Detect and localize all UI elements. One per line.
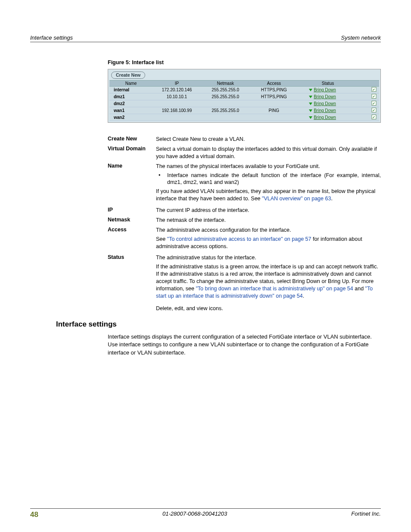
- cell-status: Bring Down: [298, 87, 358, 93]
- cell-access: [250, 100, 299, 107]
- term-create-new: Create New: [108, 136, 156, 143]
- bring-down-link[interactable]: "To bring down an interface that is admi…: [196, 286, 353, 292]
- edit-icon[interactable]: [371, 95, 377, 100]
- name-p1: The names of the physical interfaces ava…: [156, 163, 381, 170]
- admin-access-link[interactable]: "To control administrative access to an …: [167, 236, 311, 242]
- interface-list-figure: Create New Name IP Netmask Access Status…: [108, 69, 381, 123]
- edit-icon[interactable]: [371, 115, 377, 120]
- cell-netmask: [201, 100, 250, 107]
- status-arrow-icon: [309, 109, 312, 112]
- cell-actions: [358, 100, 379, 107]
- status-p1: The administrative status for the interf…: [156, 254, 381, 261]
- cell-name: dmz2: [109, 100, 153, 107]
- section-body: Interface settings displays the current …: [108, 333, 381, 358]
- body-virtual-domain: Select a virtual domain to display the i…: [156, 146, 381, 160]
- header-left: Interface settings: [30, 34, 73, 41]
- term-status: Status: [108, 254, 156, 301]
- table-row: dmz2Bring Down: [109, 100, 379, 107]
- create-new-button[interactable]: Create New: [111, 72, 145, 79]
- cell-status: Bring Down: [298, 107, 358, 114]
- cell-name: dmz1: [109, 93, 153, 100]
- cell-name: internal: [109, 87, 153, 93]
- cell-actions: [358, 87, 379, 93]
- cell-ip: [153, 100, 201, 107]
- cell-ip: 192.168.100.99: [153, 107, 201, 114]
- bring-down-link[interactable]: Bring Down: [314, 94, 336, 99]
- col-actions: [358, 81, 379, 87]
- edit-icon[interactable]: [371, 109, 377, 113]
- col-netmask: Netmask: [201, 81, 250, 87]
- page-footer: 48 01-28007-0068-20041203 Fortinet Inc.: [30, 508, 381, 519]
- interface-table: Name IP Netmask Access Status internal17…: [109, 80, 379, 121]
- cell-access: [250, 114, 299, 121]
- cell-actions: [358, 114, 379, 121]
- cell-netmask: 255.255.255.0: [201, 93, 250, 100]
- cell-status: Bring Down: [298, 93, 358, 100]
- access-p2: See "To control administrative access to…: [156, 236, 381, 250]
- bring-down-link[interactable]: Bring Down: [314, 115, 336, 120]
- cell-netmask: 255.255.255.0: [201, 87, 250, 93]
- bullet-icon: •: [156, 172, 167, 188]
- running-header: Interface settings System network: [30, 34, 381, 42]
- cell-access: HTTPS,PING: [250, 87, 299, 93]
- term-icons: [108, 305, 156, 312]
- company: Fortinet Inc.: [351, 510, 381, 519]
- cell-name: wan1: [109, 107, 153, 114]
- bring-down-link[interactable]: Bring Down: [314, 108, 336, 113]
- status-p2: If the administrative status is a green …: [156, 263, 381, 299]
- table-row: wan1192.168.100.99255.255.255.0PINGBring…: [109, 107, 379, 114]
- cell-access: HTTPS,PING: [250, 93, 299, 100]
- col-status: Status: [298, 81, 358, 87]
- vlan-overview-link[interactable]: "VLAN overview" on page 63: [262, 196, 331, 202]
- body-status: The administrative status for the interf…: [156, 254, 381, 301]
- cell-actions: [358, 107, 379, 114]
- cell-netmask: 255.255.255.0: [201, 107, 250, 114]
- status-arrow-icon: [309, 103, 312, 105]
- table-row: internal172.20.120.146255.255.255.0HTTPS…: [109, 87, 379, 93]
- status-arrow-icon: [309, 96, 312, 98]
- term-virtual-domain: Virtual Domain: [108, 146, 156, 160]
- figure-caption: Figure 5: Interface list: [108, 59, 381, 65]
- table-row: dmz110.10.10.1255.255.255.0HTTPS,PINGBri…: [109, 93, 379, 100]
- page-number: 48: [30, 510, 38, 519]
- section-heading: Interface settings: [56, 320, 381, 329]
- cell-netmask: [201, 114, 250, 121]
- name-p2: If you have added VLAN subinterfaces, th…: [156, 188, 381, 202]
- bring-down-link[interactable]: Bring Down: [314, 101, 336, 106]
- term-access: Access: [108, 227, 156, 252]
- cell-status: Bring Down: [298, 114, 358, 121]
- body-name: The names of the physical interfaces ava…: [156, 163, 381, 204]
- table-row: wan2Bring Down: [109, 114, 379, 121]
- status-arrow-icon: [309, 116, 312, 119]
- edit-icon[interactable]: [371, 88, 377, 93]
- col-access: Access: [250, 81, 299, 87]
- cell-actions: [358, 93, 379, 100]
- cell-status: Bring Down: [298, 100, 358, 107]
- col-ip: IP: [153, 81, 201, 87]
- col-name: Name: [109, 81, 153, 87]
- cell-access: PING: [250, 107, 299, 114]
- doc-id: 01-28007-0068-20041203: [162, 510, 227, 519]
- edit-icon[interactable]: [371, 102, 377, 106]
- term-ip: IP: [108, 207, 156, 214]
- body-create-new: Select Create New to create a VLAN.: [156, 136, 381, 143]
- term-netmask: Netmask: [108, 217, 156, 224]
- status-arrow-icon: [309, 89, 312, 91]
- body-netmask: The netmask of the interface.: [156, 217, 381, 224]
- body-ip: The current IP address of the interface.: [156, 207, 381, 214]
- cell-ip: 10.10.10.1: [153, 93, 201, 100]
- bring-down-link[interactable]: Bring Down: [314, 87, 336, 92]
- term-name: Name: [108, 163, 156, 204]
- body-icons: Delete, edit, and view icons.: [156, 305, 381, 312]
- cell-name: wan2: [109, 114, 153, 121]
- cell-ip: 172.20.120.146: [153, 87, 201, 93]
- cell-ip: [153, 114, 201, 121]
- access-p1: The administrative access configuration …: [156, 227, 381, 234]
- body-access: The administrative access configuration …: [156, 227, 381, 252]
- name-bullet: Interface names indicate the default fun…: [167, 172, 381, 187]
- header-right: System network: [341, 34, 381, 41]
